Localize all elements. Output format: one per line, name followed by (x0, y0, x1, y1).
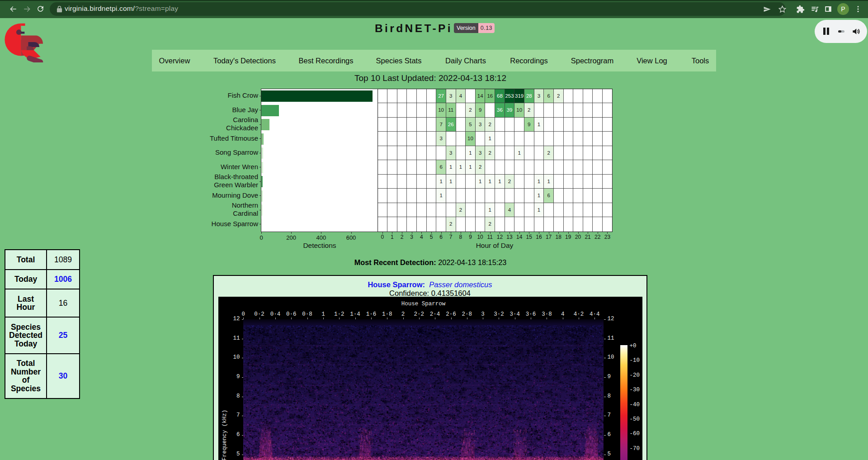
svg-text:1: 1 (449, 164, 452, 170)
svg-text:1: 1 (538, 207, 540, 213)
svg-text:1: 1 (538, 179, 540, 184)
svg-text:10: 10 (438, 107, 444, 113)
svg-text:28: 28 (526, 93, 532, 99)
svg-text:6: 6 (439, 164, 442, 170)
svg-text:10: 10 (516, 107, 522, 113)
svg-text:1: 1 (518, 150, 520, 156)
svg-text:2: 2 (528, 107, 530, 113)
svg-text:3: 3 (449, 150, 452, 156)
svg-text:253: 253 (505, 93, 514, 99)
svg-text:1: 1 (439, 179, 442, 184)
svg-text:10: 10 (467, 136, 473, 141)
svg-text:9: 9 (479, 107, 481, 113)
svg-text:2: 2 (547, 150, 550, 156)
svg-text:1: 1 (538, 122, 540, 127)
svg-text:1: 1 (547, 179, 550, 184)
svg-text:2: 2 (557, 93, 560, 99)
svg-text:2: 2 (489, 150, 491, 156)
svg-text:2: 2 (489, 122, 491, 127)
svg-text:2: 2 (489, 221, 491, 227)
svg-text:6: 6 (547, 93, 550, 99)
svg-text:1: 1 (479, 179, 481, 184)
svg-text:1: 1 (449, 179, 452, 184)
svg-text:1: 1 (439, 193, 442, 198)
svg-text:1: 1 (459, 164, 462, 170)
svg-text:2: 2 (479, 164, 481, 170)
svg-text:7: 7 (439, 122, 442, 127)
svg-text:3: 3 (479, 122, 481, 127)
svg-text:1: 1 (469, 150, 472, 156)
svg-text:9: 9 (528, 122, 530, 127)
svg-text:319: 319 (515, 93, 524, 99)
svg-text:27: 27 (438, 93, 444, 99)
svg-text:1: 1 (489, 179, 491, 184)
svg-text:3: 3 (479, 150, 481, 156)
svg-text:1: 1 (489, 207, 491, 213)
svg-text:5: 5 (469, 122, 472, 127)
svg-text:4: 4 (508, 207, 511, 213)
svg-text:3: 3 (538, 93, 540, 99)
svg-text:4: 4 (459, 93, 462, 99)
svg-text:1: 1 (489, 136, 491, 141)
svg-text:39: 39 (507, 107, 513, 113)
svg-text:2: 2 (459, 207, 462, 213)
svg-text:1: 1 (538, 193, 540, 198)
svg-text:3: 3 (439, 136, 442, 141)
svg-text:3: 3 (449, 93, 452, 99)
svg-text:1: 1 (498, 179, 501, 184)
svg-text:11: 11 (448, 107, 453, 113)
svg-text:14: 14 (477, 93, 483, 99)
svg-text:2: 2 (508, 179, 511, 184)
svg-text:6: 6 (547, 193, 550, 198)
svg-text:2: 2 (469, 107, 472, 113)
svg-text:2: 2 (449, 221, 452, 227)
svg-text:68: 68 (497, 93, 503, 99)
svg-text:16: 16 (487, 93, 493, 99)
svg-text:1: 1 (469, 164, 472, 170)
svg-text:26: 26 (448, 122, 454, 127)
svg-text:36: 36 (497, 107, 503, 113)
